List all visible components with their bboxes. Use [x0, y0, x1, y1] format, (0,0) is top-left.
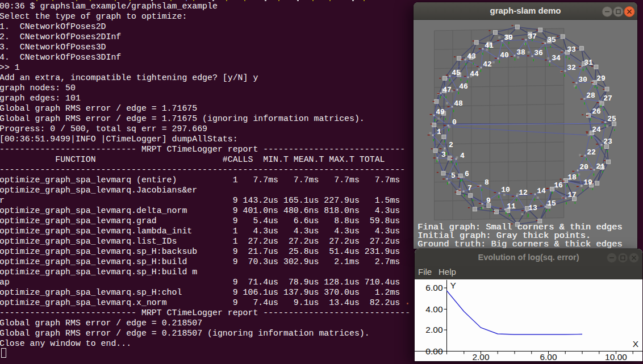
svg-text:16: 16	[554, 181, 563, 190]
svg-text:Y: Y	[450, 281, 456, 290]
svg-text:47: 47	[442, 86, 452, 94]
svg-text:24: 24	[592, 125, 601, 134]
svg-text:18: 18	[567, 173, 577, 182]
svg-text:17: 17	[567, 191, 577, 199]
svg-text:9: 9	[486, 196, 491, 205]
svg-text:43: 43	[467, 52, 476, 61]
svg-text:45: 45	[452, 69, 461, 77]
svg-text:12: 12	[519, 189, 528, 197]
svg-text:19: 19	[583, 178, 592, 187]
svg-text:35: 35	[547, 36, 556, 44]
svg-text:3: 3	[441, 150, 446, 159]
svg-text:15: 15	[547, 199, 556, 208]
svg-text:25: 25	[607, 115, 616, 123]
svg-text:10: 10	[501, 186, 510, 194]
svg-text:39: 39	[504, 34, 513, 42]
svg-text:4: 4	[460, 152, 465, 160]
svg-text:36: 36	[534, 49, 543, 57]
svg-text:20: 20	[579, 163, 588, 171]
svg-text:31: 31	[584, 58, 593, 67]
svg-text:26: 26	[592, 107, 601, 116]
svg-text:0.00: 0.00	[425, 346, 443, 356]
svg-text:29: 29	[596, 74, 606, 83]
svg-text:42: 42	[483, 60, 492, 69]
svg-text:37: 37	[528, 32, 537, 41]
svg-text:4.00: 4.00	[425, 304, 443, 314]
svg-text:1: 1	[437, 128, 441, 136]
svg-text:13: 13	[528, 204, 537, 212]
svg-text:38: 38	[516, 48, 525, 57]
svg-text:21: 21	[596, 162, 605, 171]
svg-text:11: 11	[507, 202, 516, 211]
svg-text:44: 44	[470, 70, 479, 78]
svg-text:2: 2	[449, 141, 453, 149]
svg-text:41: 41	[485, 41, 494, 50]
svg-text:23: 23	[603, 137, 612, 146]
svg-text:28: 28	[586, 91, 595, 100]
svg-text:6: 6	[465, 170, 469, 178]
svg-text:34: 34	[552, 54, 561, 62]
svg-text:32: 32	[567, 64, 576, 72]
svg-text:7: 7	[467, 184, 472, 193]
svg-text:10.00: 10.00	[605, 352, 627, 362]
svg-text:5: 5	[451, 171, 456, 180]
svg-text:22: 22	[587, 148, 596, 157]
svg-text:2.00: 2.00	[472, 352, 490, 362]
svg-text:Ground truth: Big corners & th: Ground truth: Big corners & thick edges	[417, 239, 623, 249]
svg-text:46: 46	[459, 82, 468, 91]
svg-text:X: X	[633, 339, 639, 349]
svg-text:6.00: 6.00	[425, 283, 443, 292]
svg-text:6.00: 6.00	[540, 352, 557, 362]
svg-text:48: 48	[454, 99, 463, 108]
svg-text:14: 14	[537, 187, 546, 195]
svg-text:8: 8	[485, 178, 489, 187]
svg-text:0: 0	[452, 118, 457, 127]
svg-text:27: 27	[603, 94, 612, 103]
svg-text:30: 30	[578, 76, 587, 84]
svg-text:33: 33	[567, 45, 576, 54]
svg-text:2.00: 2.00	[425, 325, 443, 334]
svg-text:40: 40	[500, 51, 509, 60]
svg-text:49: 49	[436, 108, 445, 116]
